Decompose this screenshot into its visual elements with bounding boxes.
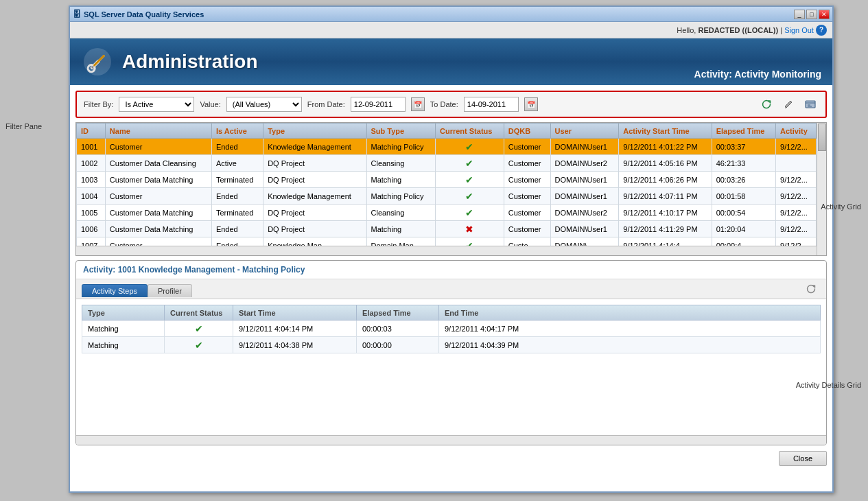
edit-button[interactable] (780, 96, 797, 113)
cross-status-icon: ✖ (465, 224, 473, 235)
hello-text: Hello, (677, 26, 696, 34)
cell-activity: 9/12/2... (776, 188, 817, 205)
activity-row[interactable]: 1001 Customer Ended Knowledge Management… (77, 139, 817, 155)
from-date-calendar-button[interactable]: 📅 (411, 97, 425, 111)
filter-by-label: Filter By: (84, 100, 113, 108)
details-grid-header: Type Current Status Start Time Elapsed T… (82, 305, 821, 321)
detail-cell-elapsed: 00:00:03 (357, 321, 439, 337)
cell-user: DOMAIN\User2 (550, 205, 619, 221)
cell-type: Knowledge Management (263, 139, 366, 155)
detail-cell-status: ✔ (165, 321, 233, 337)
activity-grid-annotation: Activity Grid (821, 202, 861, 211)
details-panel-title: Activity: 1001 Knowledge Management - Ma… (76, 261, 826, 279)
cell-id: 1004 (77, 188, 106, 205)
cell-name: Customer Data Matching (105, 172, 211, 188)
main-content-area: Filter By: Is Active All Active Ended Te… (70, 85, 832, 494)
cell-status: ✔ (436, 205, 504, 221)
activity-row[interactable]: 1005 Customer Data Matching Terminated D… (77, 205, 817, 221)
cell-type: DQ Project (263, 221, 366, 237)
cell-sub-type: Cleansing (366, 205, 436, 221)
tab-refresh-icon (806, 283, 817, 294)
from-date-input[interactable] (351, 97, 406, 112)
maximize-button[interactable]: □ (806, 10, 817, 19)
filter-pane-annotation: Filter Pane (5, 122, 42, 130)
cell-type: Knowledge Management (263, 188, 366, 205)
activity-grid-header: ID Name Is Active Type Sub Type Current … (77, 124, 817, 139)
cell-id: 1002 (77, 155, 106, 172)
cell-elapsed: 00:00:54 (712, 205, 775, 221)
cell-type: DQ Project (263, 172, 366, 188)
col-start-time: Activity Start Time (619, 124, 712, 139)
minimize-button[interactable]: _ (794, 10, 805, 19)
cell-name: Customer Data Cleansing (105, 155, 211, 172)
cell-name: Customer (105, 139, 211, 155)
window-icon: 🗄 (73, 10, 81, 19)
tab-refresh-button[interactable] (801, 282, 821, 299)
col-current-status: Current Status (436, 124, 504, 139)
cell-elapsed: 01:20:04 (712, 221, 775, 237)
header-subtitle: Activity: Activity Monitoring (694, 69, 821, 80)
cell-is-active: Ended (211, 221, 263, 237)
cell-sub-type: Matching (366, 221, 436, 237)
detail-col-status: Current Status (165, 305, 233, 321)
detail-check-icon: ✔ (195, 323, 203, 334)
activity-row[interactable]: 1004 Customer Ended Knowledge Management… (77, 188, 817, 205)
page-title: Administration (122, 51, 258, 73)
col-type: Type (263, 124, 366, 139)
cell-user: DOMAIN\User1 (550, 188, 619, 205)
help-icon[interactable]: ? (816, 25, 827, 36)
activity-row[interactable]: 1003 Customer Data Matching Terminated D… (77, 172, 817, 188)
check-status-icon: ✔ (465, 191, 473, 202)
cell-activity: 9/12/2... (776, 221, 817, 237)
close-window-button[interactable]: ✕ (819, 10, 830, 19)
filter-pane: Filter By: Is Active All Active Ended Te… (75, 91, 827, 118)
header-bar: Administration Activity: Activity Monito… (70, 38, 832, 85)
cell-id: 1006 (77, 221, 106, 237)
cell-id: 1005 (77, 205, 106, 221)
cell-elapsed: 46:21:33 (712, 155, 775, 172)
cell-activity: 9/12/2... (776, 205, 817, 221)
details-hscrollbar[interactable] (76, 435, 826, 445)
col-dqkb: DQKB (504, 124, 550, 139)
cell-sub-type: Matching Policy (366, 139, 436, 155)
to-date-input[interactable] (464, 97, 519, 112)
activity-grid-hscrollbar[interactable] (76, 246, 817, 255)
to-date-label: To Date: (430, 100, 458, 108)
detail-cell-type: Matching (82, 337, 165, 353)
detail-cell-start: 9/12/2011 4:04:14 PM (233, 321, 357, 337)
tab-profiler[interactable]: Profiler (148, 284, 192, 297)
cell-sub-type: Matching (366, 172, 436, 188)
export-button[interactable] (802, 96, 819, 113)
details-grid-container: Type Current Status Start Time Elapsed T… (76, 299, 826, 443)
cell-elapsed: 00:03:26 (712, 172, 775, 188)
tab-activity-steps[interactable]: Activity Steps (82, 284, 148, 297)
detail-row[interactable]: Matching ✔ 9/12/2011 4:04:38 PM 00:00:00… (82, 337, 821, 353)
value-label: Value: (200, 100, 220, 108)
window-title: 🗄 SQL Server Data Quality Services (73, 10, 204, 19)
col-activity: Activity (776, 124, 817, 139)
sign-out-link[interactable]: Sign Out (784, 26, 814, 34)
check-status-icon: ✔ (465, 207, 473, 218)
detail-check-icon: ✔ (195, 340, 203, 351)
detail-row[interactable]: Matching ✔ 9/12/2011 4:04:14 PM 00:00:03… (82, 321, 821, 337)
refresh-button[interactable] (758, 96, 775, 113)
user-info: REDACTED ((LOCAL)) (698, 26, 778, 34)
close-button[interactable]: Close (779, 451, 827, 466)
app-logo (81, 45, 114, 78)
edit-icon (784, 100, 793, 109)
col-user: User (550, 124, 619, 139)
cell-status: ✖ (436, 221, 504, 237)
filter-by-select[interactable]: Is Active All Active Ended Terminated (119, 97, 194, 112)
activity-grid-scrollbar[interactable] (817, 123, 826, 255)
cell-start-time: 9/12/2011 4:11:29 PM (619, 221, 712, 237)
cell-sub-type: Matching Policy (366, 188, 436, 205)
activity-details-annotation: Activity Details Grid (796, 381, 861, 389)
value-select[interactable]: (All Values) Active Ended Terminated (226, 97, 302, 112)
cell-user: DOMAIN\User2 (550, 155, 619, 172)
activity-row[interactable]: 1006 Customer Data Matching Ended DQ Pro… (77, 221, 817, 237)
cell-dqkb: Customer (504, 172, 550, 188)
activity-grid: ID Name Is Active Type Sub Type Current … (76, 123, 817, 254)
to-date-calendar-button[interactable]: 📅 (524, 97, 538, 111)
activity-row[interactable]: 1002 Customer Data Cleansing Active DQ P… (77, 155, 817, 172)
detail-col-start: Start Time (233, 305, 357, 321)
